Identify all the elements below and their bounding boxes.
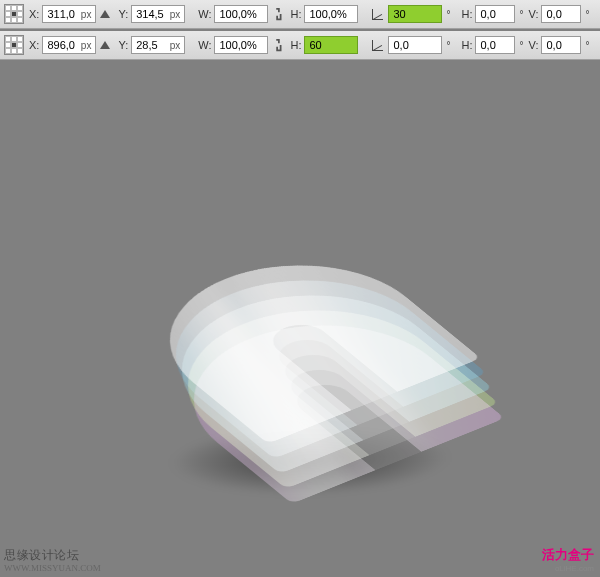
delta-icon	[99, 7, 113, 21]
w-input[interactable]: 100,0%	[214, 36, 268, 54]
v-skew-label: V:	[528, 39, 538, 51]
y-input[interactable]: 28,5 px	[131, 36, 185, 54]
h-label: H:	[290, 8, 301, 20]
angle-input[interactable]: 30	[388, 5, 442, 23]
v-skew-input[interactable]: 0,0	[541, 36, 581, 54]
v-skew-input[interactable]: 0,0	[541, 5, 581, 23]
y-label: Y:	[118, 39, 128, 51]
angle-icon	[371, 38, 385, 52]
y-label: Y:	[118, 8, 128, 20]
transform-toolbar-row-2: X: 896,0 px Y: 28,5 px W: 100,0% H: 60 0…	[0, 31, 600, 60]
x-input[interactable]: 896,0 px	[42, 36, 96, 54]
x-label: X:	[29, 8, 39, 20]
w-input[interactable]: 100,0%	[214, 5, 268, 23]
x-input[interactable]: 311,0 px	[42, 5, 96, 23]
h-input[interactable]: 60	[304, 36, 358, 54]
w-label: W:	[198, 8, 211, 20]
h-input[interactable]: 100,0%	[304, 5, 358, 23]
h-skew-label: H:	[461, 8, 472, 20]
v-skew-label: V:	[528, 8, 538, 20]
delta-icon	[99, 38, 113, 52]
watermark-right: 活力盒子 oLiHE.com	[542, 546, 594, 573]
angle-icon	[371, 7, 385, 21]
reference-point-grid[interactable]	[4, 35, 24, 55]
link-icon[interactable]	[271, 7, 285, 21]
watermark-left: 思缘设计论坛 WWW.MISSYUAN.COM	[4, 547, 101, 573]
reference-point-grid[interactable]	[4, 4, 24, 24]
angle-input[interactable]: 0,0	[388, 36, 442, 54]
h-skew-input[interactable]: 0,0	[475, 36, 515, 54]
canvas-area[interactable]	[0, 60, 600, 577]
h-skew-input[interactable]: 0,0	[475, 5, 515, 23]
h-label: H:	[290, 39, 301, 51]
y-input[interactable]: 314,5 px	[131, 5, 185, 23]
x-label: X:	[29, 39, 39, 51]
link-icon[interactable]	[271, 38, 285, 52]
h-skew-label: H:	[461, 39, 472, 51]
transform-toolbar-row-1: X: 311,0 px Y: 314,5 px W: 100,0% H: 100…	[0, 0, 600, 29]
w-label: W:	[198, 39, 211, 51]
degree-symbol: °	[446, 9, 450, 20]
